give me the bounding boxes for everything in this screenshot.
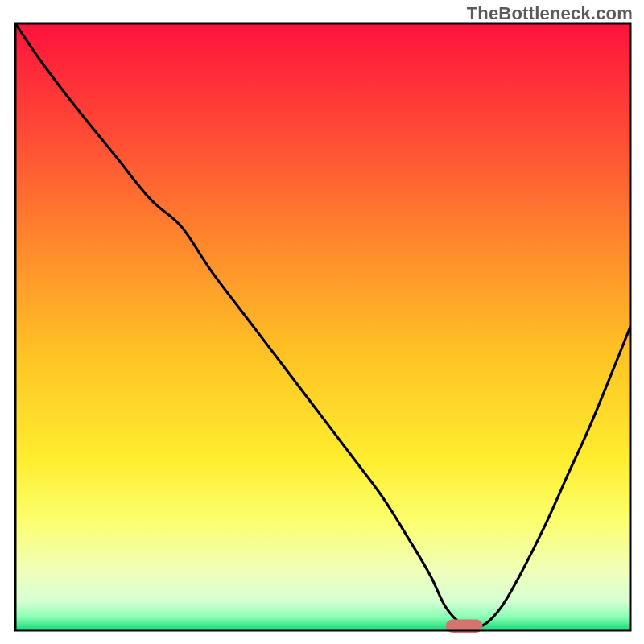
chart-frame: TheBottleneck.com [0, 0, 644, 644]
bottleneck-chart [0, 0, 644, 644]
watermark-text: TheBottleneck.com [467, 3, 633, 24]
